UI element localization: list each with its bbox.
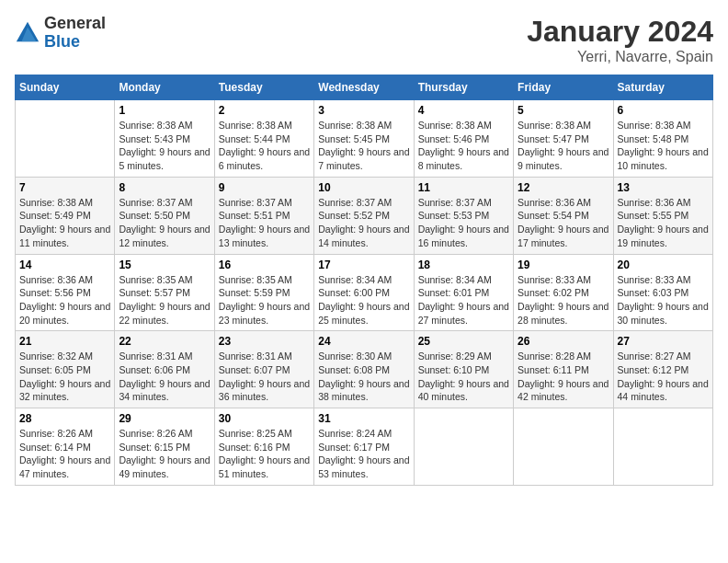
logo: General Blue	[15, 15, 106, 52]
header-tuesday: Tuesday	[214, 75, 313, 100]
day-info: Sunrise: 8:30 AMSunset: 6:08 PMDaylight:…	[318, 350, 409, 404]
page-title: January 2024	[527, 15, 713, 49]
day-info: Sunrise: 8:34 AMSunset: 6:01 PMDaylight:…	[418, 273, 509, 327]
day-number: 18	[418, 259, 509, 271]
day-number: 1	[119, 104, 210, 117]
calendar-cell: 3Sunrise: 8:38 AMSunset: 5:45 PMDaylight…	[314, 100, 414, 178]
day-number: 24	[318, 335, 409, 348]
day-number: 9	[219, 181, 310, 194]
page-header: General Blue January 2024 Yerri, Navarre…	[15, 15, 713, 65]
day-number: 27	[618, 335, 709, 348]
calendar-week-row: 1Sunrise: 8:38 AMSunset: 5:43 PMDaylight…	[16, 100, 713, 178]
calendar-cell: 17Sunrise: 8:34 AMSunset: 6:00 PMDayligh…	[314, 254, 414, 331]
calendar-cell: 2Sunrise: 8:38 AMSunset: 5:44 PMDaylight…	[214, 100, 313, 178]
calendar-week-row: 21Sunrise: 8:32 AMSunset: 6:05 PMDayligh…	[16, 331, 713, 408]
day-info: Sunrise: 8:37 AMSunset: 5:50 PMDaylight:…	[119, 196, 210, 250]
calendar-week-row: 14Sunrise: 8:36 AMSunset: 5:56 PMDayligh…	[16, 254, 713, 331]
calendar-cell: 7Sunrise: 8:38 AMSunset: 5:49 PMDaylight…	[16, 177, 115, 254]
day-number: 14	[19, 259, 110, 271]
day-number: 8	[119, 181, 210, 194]
day-number: 6	[618, 104, 709, 117]
logo-icon	[15, 20, 40, 46]
calendar-cell: 20Sunrise: 8:33 AMSunset: 6:03 PMDayligh…	[613, 254, 712, 331]
calendar-week-row: 28Sunrise: 8:26 AMSunset: 6:14 PMDayligh…	[16, 408, 713, 486]
calendar-table: SundayMondayTuesdayWednesdayThursdayFrid…	[15, 75, 713, 486]
calendar-cell: 9Sunrise: 8:37 AMSunset: 5:51 PMDaylight…	[214, 177, 313, 254]
day-number: 13	[618, 181, 709, 194]
day-number: 5	[518, 104, 609, 117]
calendar-cell: 30Sunrise: 8:25 AMSunset: 6:16 PMDayligh…	[214, 408, 313, 486]
day-info: Sunrise: 8:32 AMSunset: 6:05 PMDaylight:…	[19, 350, 110, 404]
calendar-cell: 24Sunrise: 8:30 AMSunset: 6:08 PMDayligh…	[314, 331, 414, 408]
day-info: Sunrise: 8:24 AMSunset: 6:17 PMDaylight:…	[318, 427, 409, 481]
day-number: 31	[318, 412, 409, 425]
day-number: 25	[418, 335, 509, 348]
calendar-cell: 6Sunrise: 8:38 AMSunset: 5:48 PMDaylight…	[613, 100, 712, 178]
day-info: Sunrise: 8:26 AMSunset: 6:15 PMDaylight:…	[119, 427, 210, 481]
header-saturday: Saturday	[613, 75, 712, 100]
header-friday: Friday	[514, 75, 613, 100]
day-info: Sunrise: 8:26 AMSunset: 6:14 PMDaylight:…	[19, 427, 110, 481]
calendar-cell: 27Sunrise: 8:27 AMSunset: 6:12 PMDayligh…	[613, 331, 712, 408]
day-number: 28	[19, 412, 110, 425]
day-info: Sunrise: 8:35 AMSunset: 5:59 PMDaylight:…	[219, 273, 310, 327]
calendar-cell: 14Sunrise: 8:36 AMSunset: 5:56 PMDayligh…	[16, 254, 115, 331]
day-info: Sunrise: 8:34 AMSunset: 6:00 PMDaylight:…	[318, 273, 409, 327]
day-number: 20	[618, 259, 709, 271]
day-number: 17	[318, 259, 409, 271]
calendar-cell: 18Sunrise: 8:34 AMSunset: 6:01 PMDayligh…	[414, 254, 513, 331]
calendar-cell: 26Sunrise: 8:28 AMSunset: 6:11 PMDayligh…	[514, 331, 613, 408]
header-thursday: Thursday	[414, 75, 513, 100]
calendar-cell: 22Sunrise: 8:31 AMSunset: 6:06 PMDayligh…	[115, 331, 214, 408]
day-info: Sunrise: 8:38 AMSunset: 5:43 PMDaylight:…	[119, 119, 210, 173]
calendar-cell: 10Sunrise: 8:37 AMSunset: 5:52 PMDayligh…	[314, 177, 414, 254]
day-number: 10	[318, 181, 409, 194]
day-info: Sunrise: 8:36 AMSunset: 5:54 PMDaylight:…	[518, 196, 609, 250]
day-info: Sunrise: 8:35 AMSunset: 5:57 PMDaylight:…	[119, 273, 210, 327]
calendar-cell: 19Sunrise: 8:33 AMSunset: 6:02 PMDayligh…	[514, 254, 613, 331]
day-info: Sunrise: 8:37 AMSunset: 5:53 PMDaylight:…	[418, 196, 509, 250]
logo-blue-text: Blue	[44, 33, 106, 52]
day-info: Sunrise: 8:38 AMSunset: 5:46 PMDaylight:…	[418, 119, 509, 173]
calendar-cell: 31Sunrise: 8:24 AMSunset: 6:17 PMDayligh…	[314, 408, 414, 486]
day-info: Sunrise: 8:38 AMSunset: 5:47 PMDaylight:…	[518, 119, 609, 173]
calendar-cell: 23Sunrise: 8:31 AMSunset: 6:07 PMDayligh…	[214, 331, 313, 408]
day-info: Sunrise: 8:38 AMSunset: 5:49 PMDaylight:…	[19, 196, 110, 250]
calendar-cell: 25Sunrise: 8:29 AMSunset: 6:10 PMDayligh…	[414, 331, 513, 408]
day-info: Sunrise: 8:36 AMSunset: 5:55 PMDaylight:…	[618, 196, 709, 250]
calendar-cell	[414, 408, 513, 486]
calendar-cell	[514, 408, 613, 486]
day-info: Sunrise: 8:37 AMSunset: 5:51 PMDaylight:…	[219, 196, 310, 250]
day-info: Sunrise: 8:38 AMSunset: 5:45 PMDaylight:…	[318, 119, 409, 173]
page-subtitle: Yerri, Navarre, Spain	[527, 49, 713, 65]
logo-general-text: General	[44, 15, 106, 33]
day-info: Sunrise: 8:25 AMSunset: 6:16 PMDaylight:…	[219, 427, 310, 481]
day-number: 16	[219, 259, 310, 271]
calendar-cell: 15Sunrise: 8:35 AMSunset: 5:57 PMDayligh…	[115, 254, 214, 331]
calendar-cell: 13Sunrise: 8:36 AMSunset: 5:55 PMDayligh…	[613, 177, 712, 254]
day-info: Sunrise: 8:37 AMSunset: 5:52 PMDaylight:…	[318, 196, 409, 250]
title-block: January 2024 Yerri, Navarre, Spain	[527, 15, 713, 65]
header-sunday: Sunday	[16, 75, 115, 100]
calendar-cell: 28Sunrise: 8:26 AMSunset: 6:14 PMDayligh…	[16, 408, 115, 486]
calendar-header-row: SundayMondayTuesdayWednesdayThursdayFrid…	[16, 75, 713, 100]
day-number: 22	[119, 335, 210, 348]
day-number: 19	[518, 259, 609, 271]
calendar-cell: 29Sunrise: 8:26 AMSunset: 6:15 PMDayligh…	[115, 408, 214, 486]
calendar-cell: 5Sunrise: 8:38 AMSunset: 5:47 PMDaylight…	[514, 100, 613, 178]
day-info: Sunrise: 8:29 AMSunset: 6:10 PMDaylight:…	[418, 350, 509, 404]
day-number: 11	[418, 181, 509, 194]
calendar-week-row: 7Sunrise: 8:38 AMSunset: 5:49 PMDaylight…	[16, 177, 713, 254]
header-wednesday: Wednesday	[314, 75, 414, 100]
day-info: Sunrise: 8:38 AMSunset: 5:44 PMDaylight:…	[219, 119, 310, 173]
day-number: 29	[119, 412, 210, 425]
day-info: Sunrise: 8:27 AMSunset: 6:12 PMDaylight:…	[618, 350, 709, 404]
calendar-cell: 21Sunrise: 8:32 AMSunset: 6:05 PMDayligh…	[16, 331, 115, 408]
calendar-cell	[16, 100, 115, 178]
day-number: 30	[219, 412, 310, 425]
day-info: Sunrise: 8:28 AMSunset: 6:11 PMDaylight:…	[518, 350, 609, 404]
calendar-cell: 8Sunrise: 8:37 AMSunset: 5:50 PMDaylight…	[115, 177, 214, 254]
day-info: Sunrise: 8:31 AMSunset: 6:07 PMDaylight:…	[219, 350, 310, 404]
day-info: Sunrise: 8:31 AMSunset: 6:06 PMDaylight:…	[119, 350, 210, 404]
calendar-cell: 11Sunrise: 8:37 AMSunset: 5:53 PMDayligh…	[414, 177, 513, 254]
